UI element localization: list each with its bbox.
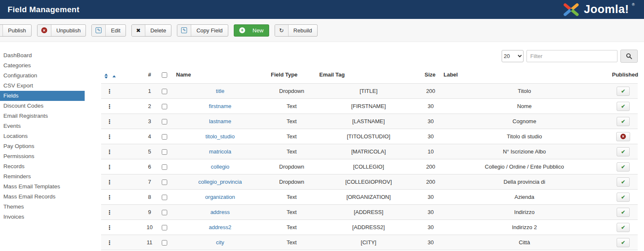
label-cell: Indirizzo [440,205,609,220]
published-toggle-button[interactable]: ✔ [617,87,630,96]
table-row: ⋮ 5 matricola Text [MATRICOLA] 10 N° Isc… [101,144,638,159]
column-header-field-type[interactable]: Field Type [267,66,316,84]
sort-asc-icon[interactable] [112,75,116,77]
published-toggle-button[interactable]: × [616,132,630,141]
published-toggle-button[interactable]: ✔ [617,102,630,111]
check-icon: ✔ [621,210,625,215]
published-toggle-button[interactable]: ✔ [617,147,630,156]
field-link-title[interactable]: title [216,88,224,94]
field-link-collegio[interactable]: collegio [211,164,229,170]
drag-handle-icon[interactable]: ⋮ [107,164,112,170]
email-tag-cell: [COLLEGIOPROV] [316,174,421,190]
filter-input[interactable] [526,50,617,62]
published-toggle-button[interactable]: ✔ [617,238,630,247]
toolbar-button-publish[interactable]: ✔ Publish [0,24,32,37]
field-link-collegio_provincia[interactable]: collegio_provincia [198,179,242,185]
toolbar-button-label: Delete [145,25,171,36]
check-icon: ✔ [621,240,625,245]
column-header-published[interactable]: Published [609,66,638,84]
sidebar-item-records[interactable]: Records [0,161,85,172]
sidebar-item-mass-email-templates[interactable]: Mass Email Templates [0,182,85,192]
sidebar-item-discount-codes[interactable]: Discount Codes [0,101,85,111]
drag-handle-icon[interactable]: ⋮ [107,179,112,185]
circle-x-icon: × [41,27,47,33]
field-link-titolo_studio[interactable]: titolo_studio [206,133,235,140]
row-checkbox[interactable] [162,240,167,246]
select-all-checkbox[interactable] [162,72,167,78]
size-cell: 30 [421,99,440,114]
size-cell: 30 [421,114,440,129]
toolbar-button-edit[interactable]: ✎ Edit [91,24,126,37]
toolbar-button-label: Edit [106,25,125,36]
sidebar-item-email-registrants[interactable]: Email Registrants [0,111,85,121]
sidebar: DashBoard Categories Configuration CSV E… [0,42,94,251]
sidebar-item-themes[interactable]: Themes [0,202,85,212]
toolbar-button-delete[interactable]: ✖ Delete [131,24,172,37]
published-toggle-button[interactable]: ✔ [617,223,630,232]
column-header-name[interactable]: Name [173,66,267,84]
row-checkbox[interactable] [162,104,167,109]
drag-handle-icon[interactable]: ⋮ [107,194,112,201]
column-header-label[interactable]: Label [440,66,609,84]
email-tag-cell: [ORGANIZATION] [316,190,421,205]
check-icon: ✔ [621,180,625,185]
sort-order-icon[interactable] [104,74,108,79]
published-toggle-button[interactable]: ✔ [617,208,630,217]
toolbar-button-unpublish[interactable]: × Unpublish [37,24,86,37]
toolbar-button-copy-field[interactable]: ✎ Copy Field [177,24,228,37]
drag-handle-icon[interactable]: ⋮ [107,224,112,231]
page-size-select[interactable]: 20 [502,50,524,62]
row-checkbox[interactable] [162,149,167,155]
field-link-address2[interactable]: address2 [209,224,231,230]
toolbar-button-new[interactable]: + New [234,24,269,37]
drag-handle-icon[interactable]: ⋮ [107,239,112,246]
published-toggle-button[interactable]: ✔ [617,177,630,187]
size-cell: 30 [421,129,440,144]
published-toggle-button[interactable]: ✔ [617,117,630,126]
row-checkbox[interactable] [162,134,167,140]
sidebar-item-events[interactable]: Events [0,121,85,131]
row-number: 10 [143,220,156,235]
drag-handle-icon[interactable]: ⋮ [107,103,112,110]
sidebar-item-csv-export[interactable]: CSV Export [0,81,85,91]
toolbar-button-rebuild[interactable]: ↻ Rebuild [275,24,318,37]
column-header-num[interactable]: # [143,66,156,84]
column-header-email-tag[interactable]: Email Tag [316,66,421,84]
field-link-matricola[interactable]: matricola [209,148,231,155]
field-link-firstname[interactable]: firstname [209,103,231,109]
drag-handle-icon[interactable]: ⋮ [107,118,112,125]
published-toggle-button[interactable]: ✔ [617,162,630,172]
search-button[interactable] [620,50,638,63]
published-toggle-button[interactable]: ✔ [617,193,630,202]
sidebar-item-pay-options[interactable]: Pay Options [0,141,85,151]
drag-handle-icon[interactable]: ⋮ [107,133,112,140]
row-checkbox[interactable] [162,210,167,215]
field-link-city[interactable]: city [216,239,224,246]
field-link-lastname[interactable]: lastname [209,118,231,124]
sidebar-item-locations[interactable]: Locations [0,131,85,141]
sidebar-item-categories[interactable]: Categories [0,61,85,71]
sidebar-item-mass-email-records[interactable]: Mass Email Records [0,192,85,202]
sidebar-item-fields[interactable]: Fields [0,91,85,101]
column-header-size[interactable]: Size [421,66,440,84]
field-type-cell: Text [267,99,316,114]
sidebar-item-configuration[interactable]: Configuration [0,71,85,81]
row-checkbox[interactable] [162,119,167,124]
sidebar-item-reminders[interactable]: Reminders [0,172,85,182]
row-checkbox[interactable] [162,89,167,94]
sidebar-item-invoices[interactable]: Invoices [0,212,85,222]
drag-handle-icon[interactable]: ⋮ [107,148,112,155]
field-link-organization[interactable]: organization [205,194,235,200]
row-checkbox[interactable] [162,180,167,185]
sidebar-item-dashboard[interactable]: DashBoard [0,50,85,61]
row-checkbox[interactable] [162,164,167,170]
sidebar-item-permissions[interactable]: Permissions [0,151,85,161]
email-tag-cell: [CITY] [316,235,421,250]
x-icon: ✖ [136,28,141,33]
drag-handle-icon[interactable]: ⋮ [107,88,112,95]
row-checkbox[interactable] [162,195,167,200]
field-link-address[interactable]: address [210,209,230,215]
email-tag-cell: [LASTNAME] [316,114,421,129]
row-checkbox[interactable] [162,225,167,230]
drag-handle-icon[interactable]: ⋮ [107,209,112,216]
